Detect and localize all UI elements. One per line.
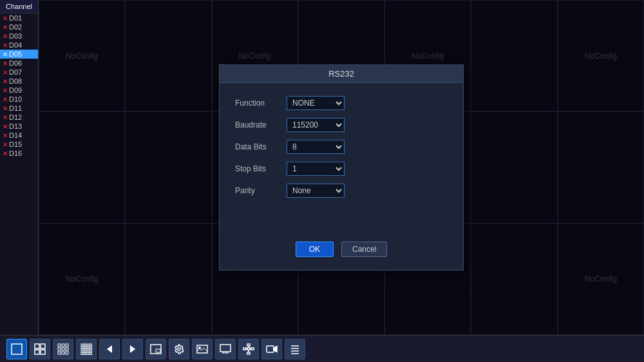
- channel-label: D03: [9, 32, 22, 40]
- modal-body: Function NONE PTZ ATM Baudrate 115200 96…: [220, 83, 463, 234]
- x-mark-icon: ✕: [3, 60, 8, 67]
- x-mark-icon: ✕: [3, 15, 8, 22]
- channel-label: D02: [9, 23, 22, 31]
- baudrate-select[interactable]: 115200 9600 19200 38400 57600: [287, 118, 345, 132]
- svg-point-35: [199, 347, 200, 348]
- bottom-toolbar: [0, 335, 644, 362]
- record-button[interactable]: [261, 339, 282, 359]
- svg-rect-12: [62, 352, 64, 354]
- channel-label: D08: [9, 77, 22, 85]
- channel-label: D07: [9, 68, 22, 76]
- list-button[interactable]: [285, 339, 305, 359]
- channel-label: D09: [9, 86, 22, 94]
- channel-list: ✕D01✕D02✕D03✕D04✕D05✕D06✕D07✕D08✕D09✕D10…: [0, 14, 38, 158]
- function-row: Function NONE PTZ ATM: [235, 96, 448, 110]
- layout-4-button[interactable]: [30, 339, 50, 359]
- svg-rect-5: [58, 344, 61, 347]
- sidebar-item-d11[interactable]: ✕D11: [0, 104, 38, 113]
- svg-rect-2: [41, 344, 45, 348]
- network-button[interactable]: [238, 339, 259, 359]
- svg-rect-33: [156, 349, 160, 352]
- svg-rect-40: [243, 348, 246, 350]
- svg-rect-6: [62, 344, 64, 347]
- rs232-modal: RS232 Function NONE PTZ ATM Baudrate 115…: [219, 64, 464, 271]
- x-mark-icon: ✕: [3, 42, 8, 49]
- modal-footer: OK Cancel: [220, 234, 463, 270]
- ok-button[interactable]: OK: [296, 242, 334, 257]
- sidebar-item-d14[interactable]: ✕D14: [0, 131, 38, 140]
- databits-label: Data Bits: [235, 142, 287, 151]
- channel-label: D01: [9, 14, 22, 22]
- svg-rect-20: [87, 347, 89, 348]
- x-mark-icon: ✕: [3, 150, 8, 157]
- sidebar-item-d01[interactable]: ✕D01: [0, 14, 38, 23]
- pip-button[interactable]: [146, 339, 166, 359]
- sidebar-item-d04[interactable]: ✕D04: [0, 41, 38, 50]
- svg-rect-29: [90, 352, 92, 354]
- sidebar-item-d07[interactable]: ✕D07: [0, 68, 38, 77]
- channel-label: D11: [9, 104, 22, 112]
- svg-rect-10: [66, 348, 68, 350]
- svg-rect-17: [90, 344, 92, 346]
- channel-label: D13: [9, 122, 22, 130]
- svg-rect-13: [66, 352, 68, 354]
- next-button[interactable]: [122, 339, 143, 359]
- function-label: Function: [235, 99, 287, 108]
- image-button[interactable]: [192, 339, 213, 359]
- svg-rect-15: [84, 344, 86, 346]
- svg-rect-28: [87, 352, 89, 354]
- x-mark-icon: ✕: [3, 69, 8, 76]
- svg-rect-27: [84, 352, 86, 354]
- sidebar-item-d08[interactable]: ✕D08: [0, 77, 38, 86]
- svg-marker-31: [130, 345, 135, 353]
- x-mark-icon: ✕: [3, 114, 8, 121]
- sidebar-item-d06[interactable]: ✕D06: [0, 59, 38, 68]
- svg-rect-39: [247, 352, 250, 354]
- x-mark-icon: ✕: [3, 96, 8, 103]
- channel-label: D04: [9, 41, 22, 49]
- svg-rect-7: [66, 344, 68, 347]
- svg-rect-3: [35, 350, 39, 354]
- databits-select[interactable]: 8 7 6 5: [287, 140, 345, 154]
- sidebar-item-d09[interactable]: ✕D09: [0, 86, 38, 95]
- x-mark-icon: ✕: [3, 33, 8, 40]
- config-button[interactable]: [169, 339, 189, 359]
- monitor-button[interactable]: [215, 339, 236, 359]
- layout-9-button[interactable]: [53, 339, 73, 359]
- modal-title: RS232: [220, 65, 463, 83]
- svg-rect-18: [81, 347, 83, 348]
- channel-label: D14: [9, 131, 22, 139]
- svg-rect-46: [267, 346, 274, 352]
- baudrate-row: Baudrate 115200 9600 19200 38400 57600: [235, 118, 448, 132]
- svg-rect-26: [81, 352, 83, 354]
- sidebar-item-d15[interactable]: ✕D15: [0, 140, 38, 149]
- sidebar-item-d10[interactable]: ✕D10: [0, 95, 38, 104]
- cancel-button[interactable]: Cancel: [341, 242, 387, 257]
- layout-1-button[interactable]: [6, 339, 27, 359]
- svg-rect-38: [247, 348, 250, 350]
- channel-label: D15: [9, 140, 22, 148]
- channel-label: D16: [9, 149, 22, 157]
- sidebar-item-d12[interactable]: ✕D12: [0, 113, 38, 122]
- channel-label: D12: [9, 113, 22, 121]
- prev-button[interactable]: [99, 339, 120, 359]
- parity-row: Parity None Odd Even: [235, 184, 448, 198]
- svg-rect-9: [62, 348, 64, 350]
- modal-overlay: RS232 Function NONE PTZ ATM Baudrate 115…: [39, 0, 644, 335]
- svg-rect-16: [87, 344, 89, 346]
- function-select[interactable]: NONE PTZ ATM: [287, 96, 345, 110]
- x-mark-icon: ✕: [3, 87, 8, 94]
- sidebar-item-d16[interactable]: ✕D16: [0, 149, 38, 158]
- parity-select[interactable]: None Odd Even: [287, 184, 345, 198]
- stopbits-select[interactable]: 1 2: [287, 162, 345, 176]
- sidebar-item-d13[interactable]: ✕D13: [0, 122, 38, 131]
- sidebar-item-d02[interactable]: ✕D02: [0, 23, 38, 32]
- layout-16-button[interactable]: [76, 339, 97, 359]
- svg-rect-8: [58, 348, 61, 350]
- sidebar-item-d03[interactable]: ✕D03: [0, 32, 38, 41]
- svg-rect-1: [35, 344, 39, 348]
- sidebar-item-d05[interactable]: ✕D05: [0, 50, 38, 59]
- svg-rect-41: [251, 348, 254, 350]
- svg-rect-36: [220, 345, 231, 352]
- databits-row: Data Bits 8 7 6 5: [235, 140, 448, 154]
